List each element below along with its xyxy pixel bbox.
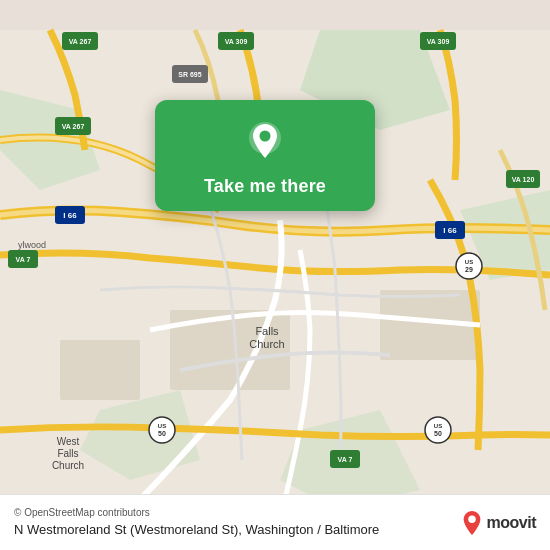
svg-text:50: 50 [434,430,442,437]
svg-rect-8 [60,340,140,400]
svg-text:29: 29 [465,266,473,273]
map-container: I 66 I 66 VA 267 VA 309 VA 309 SR 695 VA… [0,0,550,550]
osm-credit: © OpenStreetMap contributors [14,507,379,518]
svg-text:VA 309: VA 309 [427,38,450,45]
svg-text:Church: Church [52,460,84,471]
svg-text:VA 309: VA 309 [225,38,248,45]
svg-text:ylwood: ylwood [18,240,46,250]
moovit-pin-icon [461,510,483,536]
svg-text:VA 7: VA 7 [338,456,353,463]
svg-text:50: 50 [158,430,166,437]
svg-text:VA 267: VA 267 [69,38,92,45]
location-pin-icon [245,120,285,164]
svg-text:VA 7: VA 7 [16,256,31,263]
svg-text:VA 267: VA 267 [62,123,85,130]
svg-text:I 66: I 66 [63,211,77,220]
svg-point-46 [260,131,271,142]
svg-text:I 66: I 66 [443,226,457,235]
svg-text:US: US [434,423,442,429]
svg-text:Falls: Falls [255,325,279,337]
address-text: N Westmoreland St (Westmoreland St), Was… [14,522,379,539]
svg-text:VA 120: VA 120 [512,176,535,183]
location-icon-wrap [241,118,289,166]
moovit-text: moovit [487,514,536,532]
svg-text:SR 695: SR 695 [178,71,201,78]
svg-point-47 [468,515,475,522]
map-svg: I 66 I 66 VA 267 VA 309 VA 309 SR 695 VA… [0,0,550,550]
popup-label: Take me there [204,176,326,197]
svg-text:US: US [158,423,166,429]
bottom-left: © OpenStreetMap contributors N Westmorel… [14,507,379,539]
bottom-bar: © OpenStreetMap contributors N Westmorel… [0,494,550,550]
moovit-logo[interactable]: moovit [461,510,536,536]
svg-text:West: West [57,436,80,447]
svg-text:US: US [465,259,473,265]
popup-card[interactable]: Take me there [155,100,375,211]
svg-text:Church: Church [249,338,284,350]
svg-text:Falls: Falls [57,448,78,459]
